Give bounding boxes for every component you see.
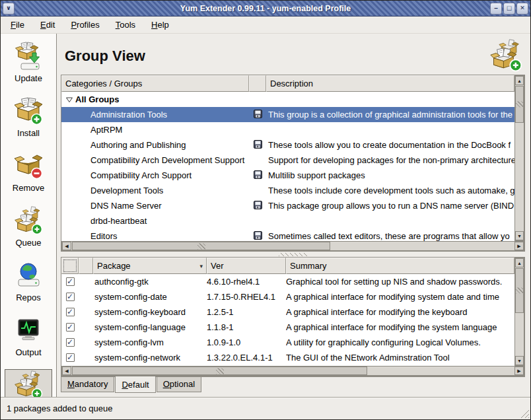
sidebar-item-repos[interactable]: Repos [5,260,52,304]
group-row[interactable]: Administration Tools [61,107,514,122]
scroll-up-icon[interactable]: ▲ [515,258,524,267]
package-name: system-config-keyboard [93,304,207,320]
close-button[interactable] [516,3,528,15]
tab-default[interactable]: Default [115,376,155,393]
titlebar[interactable]: Yum Extender 0.99.11 - yum-enabled Profi… [1,1,530,17]
package-row[interactable]: ✓ system-config-lvm 1.0.9-1.0 A utility … [61,335,514,350]
column-header-description[interactable]: Description [266,75,514,92]
scrollbar-thumb[interactable] [72,367,367,375]
column-header-summary[interactable]: Summary [286,258,514,274]
menu-help[interactable]: Help [145,18,175,32]
sidebar-item-output[interactable]: Output [5,314,52,359]
package-row[interactable]: ✓ system-config-keyboard 1.2.5-1 A graph… [61,304,514,320]
installed-disk-icon [254,231,262,242]
group-row[interactable]: AptRPM [61,122,514,137]
group-description: These tools allow you to create document… [266,137,514,153]
menu-profiles[interactable]: Profiles [65,18,105,32]
package-version: 1.7.15-0.RHEL4.1 [207,289,286,304]
scroll-down-icon[interactable]: ▼ [515,356,524,365]
group-row[interactable]: Editors [61,228,514,241]
scrollbar-thumb[interactable] [515,268,524,313]
package-checkbox[interactable]: ✓ [66,338,75,347]
package-row[interactable]: ✓ system-config-network 1.3.22.0.EL.4.1-… [61,350,514,365]
scrollbar-thumb[interactable] [515,86,524,123]
group-row[interactable]: All Groups [61,92,514,107]
scroll-up-icon[interactable]: ▲ [515,76,524,85]
scroll-left-icon[interactable]: ◀ [62,367,71,375]
package-name: system-config-language [93,320,207,335]
install-icon [14,96,43,127]
splitter-grip-icon [279,253,308,256]
installed-disk-icon [254,201,262,211]
window-menu-button[interactable] [3,3,15,15]
menu-edit[interactable]: Edit [34,18,61,32]
packages-table: Package ▾ Ver Summary ✓ authconfig-gtk [61,257,525,376]
group-description: Multilib support packages [266,168,514,183]
group-row[interactable]: DNS Name Server [61,198,514,213]
group-row[interactable]: drbd-heartbeat [61,213,514,228]
column-header-checkbox[interactable] [61,258,79,274]
sidebar-item-remove[interactable]: Remove [5,150,52,194]
groups-horizontal-scrollbar[interactable]: ◀ ▶ [61,241,524,251]
installed-disk-icon [254,110,262,120]
groups-header-icon [488,39,524,74]
group-label: AptRPM [90,125,122,135]
package-name: authconfig-gtk [93,274,207,289]
column-header-categories[interactable]: Categories / Groups [61,75,249,92]
packages-horizontal-scrollbar[interactable]: ◀ ▶ [61,366,524,376]
scrollbar-thumb[interactable] [72,242,330,250]
package-checkbox[interactable]: ✓ [66,353,75,362]
installed-disk-icon [254,140,262,151]
groups-tree: All Groups [61,92,514,241]
minimize-button[interactable] [490,3,502,15]
package-checkbox[interactable]: ✓ [66,308,75,316]
sidebar-label-repos: Repos [16,293,41,302]
group-row[interactable]: Authoring and Publishing [61,137,514,153]
group-label: Administration Tools [90,110,167,120]
package-summary: A graphical interface for modifying syst… [286,289,514,304]
package-row[interactable]: ✓ system-config-language 1.1.8-1 A graph… [61,320,514,335]
maximize-button[interactable] [503,3,515,15]
package-row[interactable]: ✓ system-config-date 1.7.15-0.RHEL4.1 A … [61,289,514,304]
group-row[interactable]: Compatibility Arch Development Support [61,153,514,168]
sidebar-item-queue[interactable]: Queue [5,205,52,249]
sidebar-label-output: Output [15,347,41,357]
group-description: This package group allows you to run a D… [266,198,514,213]
groups-vertical-scrollbar[interactable]: ▲ ▼ [514,75,524,241]
scroll-down-icon[interactable]: ▼ [515,231,524,240]
column-header-package[interactable]: Package ▾ [93,258,207,274]
package-summary: A utility for graphically configuring Lo… [286,335,514,350]
package-row[interactable]: ✓ authconfig-gtk 4.6.10-rhel4.1 Graphica… [61,274,514,289]
column-header-package-icon[interactable] [79,258,93,274]
group-row[interactable]: Compatibility Arch Support [61,168,514,183]
sidebar-item-install[interactable]: Install [5,95,52,139]
update-icon [14,42,43,73]
sort-descending-icon: ▾ [199,263,203,269]
packages-vertical-scrollbar[interactable]: ▲ ▼ [514,258,524,366]
scroll-right-icon[interactable]: ▶ [514,242,524,250]
remove-icon [14,151,43,182]
tab-optional[interactable]: Optional [157,377,201,392]
group-description [266,92,514,107]
group-description: Support for developing packages for the … [266,153,514,168]
package-checkbox[interactable]: ✓ [66,277,75,286]
menubar: File Edit Profiles Tools Help [1,17,530,34]
column-header-ver[interactable]: Ver [207,258,286,274]
menu-tools[interactable]: Tools [110,18,141,32]
package-checkbox[interactable]: ✓ [66,323,75,332]
column-header-group-icon[interactable] [249,75,266,92]
tab-mandatory[interactable]: Mandatory [61,377,114,392]
scroll-left-icon[interactable]: ◀ [62,242,71,250]
pane-splitter[interactable] [61,252,525,257]
group-description: These tools include core development too… [266,183,514,198]
scroll-right-icon[interactable]: ▶ [514,367,524,375]
app-window: Yum Extender 0.99.11 - yum-enabled Profi… [0,0,531,420]
resize-grip[interactable] [520,409,529,418]
expander-icon[interactable] [63,96,75,104]
group-row[interactable]: Development Tools [61,183,514,198]
package-checkbox[interactable]: ✓ [66,293,75,301]
sidebar-item-update[interactable]: Update [5,40,52,85]
package-summary: A graphical interface for modifying the … [286,320,514,335]
menu-file[interactable]: File [5,18,30,32]
group-description [266,122,514,137]
